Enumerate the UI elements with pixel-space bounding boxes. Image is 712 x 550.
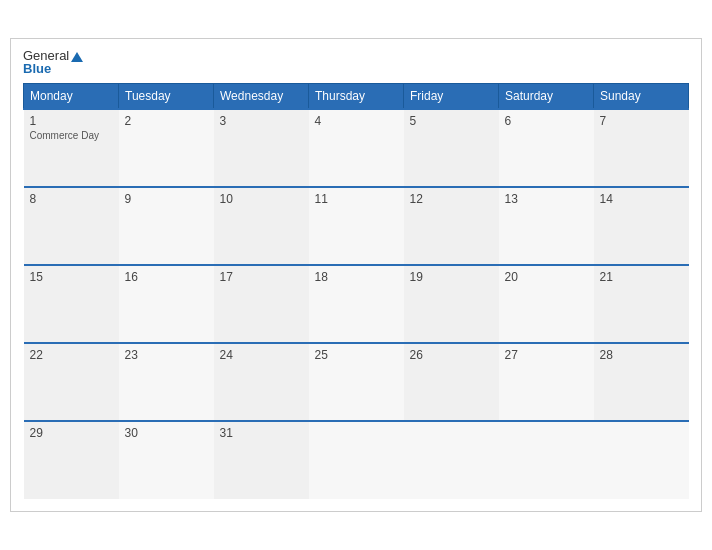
- day-number: 20: [505, 270, 588, 284]
- day-number: 22: [30, 348, 113, 362]
- day-cell: 17: [214, 265, 309, 343]
- day-cell: 24: [214, 343, 309, 421]
- day-cell: 10: [214, 187, 309, 265]
- day-event: Commerce Day: [30, 130, 113, 141]
- day-cell: 21: [594, 265, 689, 343]
- weekday-header-row: MondayTuesdayWednesdayThursdayFridaySatu…: [24, 84, 689, 110]
- day-number: 9: [125, 192, 208, 206]
- day-cell: 9: [119, 187, 214, 265]
- day-cell: 18: [309, 265, 404, 343]
- day-number: 25: [315, 348, 398, 362]
- day-cell: 2: [119, 109, 214, 187]
- day-cell: 29: [24, 421, 119, 499]
- weekday-header-wednesday: Wednesday: [214, 84, 309, 110]
- day-number: 29: [30, 426, 113, 440]
- day-cell: 1Commerce Day: [24, 109, 119, 187]
- day-number: 17: [220, 270, 303, 284]
- day-number: 12: [410, 192, 493, 206]
- day-cell: 14: [594, 187, 689, 265]
- day-number: 14: [600, 192, 683, 206]
- calendar-header: General Blue: [23, 49, 689, 75]
- day-number: 21: [600, 270, 683, 284]
- day-cell: 3: [214, 109, 309, 187]
- weekday-header-monday: Monday: [24, 84, 119, 110]
- day-cell: 26: [404, 343, 499, 421]
- day-cell: 4: [309, 109, 404, 187]
- day-cell: 7: [594, 109, 689, 187]
- day-number: 18: [315, 270, 398, 284]
- logo-blue-text: Blue: [23, 62, 83, 75]
- weekday-header-sunday: Sunday: [594, 84, 689, 110]
- day-number: 8: [30, 192, 113, 206]
- day-number: 4: [315, 114, 398, 128]
- day-cell: 27: [499, 343, 594, 421]
- weekday-header-thursday: Thursday: [309, 84, 404, 110]
- day-cell: 23: [119, 343, 214, 421]
- day-cell: 11: [309, 187, 404, 265]
- day-number: 2: [125, 114, 208, 128]
- day-number: 31: [220, 426, 303, 440]
- day-number: 24: [220, 348, 303, 362]
- week-row-3: 15161718192021: [24, 265, 689, 343]
- day-number: 19: [410, 270, 493, 284]
- day-cell: [499, 421, 594, 499]
- weekday-header-friday: Friday: [404, 84, 499, 110]
- day-number: 6: [505, 114, 588, 128]
- day-number: 28: [600, 348, 683, 362]
- day-cell: 15: [24, 265, 119, 343]
- weekday-header-tuesday: Tuesday: [119, 84, 214, 110]
- day-number: 23: [125, 348, 208, 362]
- day-cell: 6: [499, 109, 594, 187]
- logo: General Blue: [23, 49, 83, 75]
- day-number: 10: [220, 192, 303, 206]
- day-cell: 5: [404, 109, 499, 187]
- day-cell: 16: [119, 265, 214, 343]
- day-number: 30: [125, 426, 208, 440]
- calendar-grid: MondayTuesdayWednesdayThursdayFridaySatu…: [23, 83, 689, 499]
- day-cell: 22: [24, 343, 119, 421]
- day-cell: [404, 421, 499, 499]
- day-cell: [309, 421, 404, 499]
- day-cell: 19: [404, 265, 499, 343]
- day-number: 11: [315, 192, 398, 206]
- weekday-header-saturday: Saturday: [499, 84, 594, 110]
- logo-triangle-icon: [71, 52, 83, 62]
- day-cell: 25: [309, 343, 404, 421]
- day-number: 1: [30, 114, 113, 128]
- week-row-2: 891011121314: [24, 187, 689, 265]
- day-number: 7: [600, 114, 683, 128]
- calendar: General Blue MondayTuesdayWednesdayThurs…: [10, 38, 702, 512]
- day-cell: 12: [404, 187, 499, 265]
- week-row-1: 1Commerce Day234567: [24, 109, 689, 187]
- day-number: 3: [220, 114, 303, 128]
- week-row-5: 293031: [24, 421, 689, 499]
- day-cell: 8: [24, 187, 119, 265]
- week-row-4: 22232425262728: [24, 343, 689, 421]
- day-cell: 30: [119, 421, 214, 499]
- day-cell: 28: [594, 343, 689, 421]
- day-cell: 13: [499, 187, 594, 265]
- day-number: 27: [505, 348, 588, 362]
- day-number: 26: [410, 348, 493, 362]
- day-number: 16: [125, 270, 208, 284]
- day-number: 5: [410, 114, 493, 128]
- day-cell: 20: [499, 265, 594, 343]
- day-cell: [594, 421, 689, 499]
- day-number: 15: [30, 270, 113, 284]
- day-cell: 31: [214, 421, 309, 499]
- day-number: 13: [505, 192, 588, 206]
